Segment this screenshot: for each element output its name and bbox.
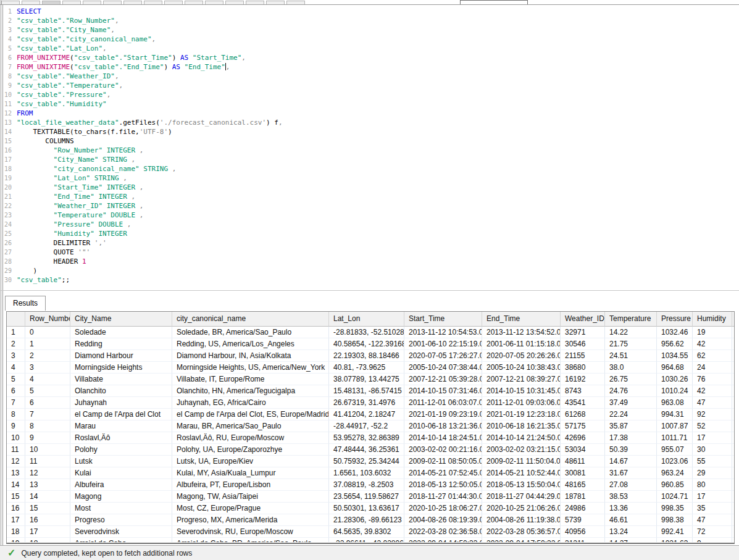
table-cell[interactable]: 0	[25, 327, 70, 338]
table-cell[interactable]: 47.48444, 36.25361	[329, 444, 404, 456]
tab-results[interactable]: Results	[5, 296, 46, 311]
table-cell[interactable]: 1010.24	[657, 385, 693, 397]
table-cell[interactable]: 2011-12-01 09:03:06.0	[482, 397, 561, 409]
code-line[interactable]: 17 "City_Name" STRING ,	[3, 155, 739, 164]
table-cell[interactable]: 956.62	[657, 338, 693, 350]
row-index-cell[interactable]: 3	[7, 350, 25, 362]
row-index-cell[interactable]: 9	[7, 420, 25, 432]
row-index-cell[interactable]: 6	[7, 385, 25, 397]
table-cell[interactable]: 2021-01-19 09:23:19.0	[404, 409, 482, 420]
table-cell[interactable]: 92	[693, 409, 732, 420]
table-cell[interactable]: 7	[25, 409, 70, 420]
table-cell[interactable]: Arraial do Cabo	[70, 538, 172, 542]
table-cell[interactable]: 1007.87	[657, 420, 693, 432]
table-cell[interactable]: 2014-05-21 10:52:44.0	[482, 467, 561, 479]
table-cell[interactable]: Severodvinsk	[70, 526, 172, 538]
table-cell[interactable]: 5739	[561, 514, 605, 526]
table-cell[interactable]: 2014-10-14 21:24:50.0	[482, 432, 561, 444]
column-header-Row_Number[interactable]: Row_Number	[25, 312, 70, 327]
table-cell[interactable]: 18	[25, 538, 70, 542]
table-cell[interactable]: 50.50301, 13.63617	[329, 503, 404, 514]
table-cell[interactable]: 1011.71	[657, 432, 693, 444]
table-cell[interactable]: Progreso, MX, America/Merida	[172, 514, 329, 526]
table-cell[interactable]: 17	[693, 491, 732, 503]
table-cell[interactable]: 2004-08-26 11:19:38.0	[482, 514, 561, 526]
results-grid[interactable]: Row_NumberCity_Namecity_canonical_nameLa…	[6, 311, 735, 544]
column-header-Humidity[interactable]: Humidity	[693, 312, 732, 327]
table-cell[interactable]: 46.61	[605, 514, 657, 526]
table-cell[interactable]: 1023.06	[657, 456, 693, 467]
table-cell[interactable]: 1021.63	[657, 538, 693, 542]
table-cell[interactable]: 2018-11-27 01:44:30.0	[404, 491, 482, 503]
row-index-cell[interactable]: 11	[7, 444, 25, 456]
table-cell[interactable]: 38680	[561, 362, 605, 374]
table-cell[interactable]: 24	[693, 362, 732, 374]
code-line[interactable]: 25 "Humidity" INTEGER	[3, 229, 739, 238]
table-cell[interactable]: Soledade	[70, 327, 172, 338]
table-cell[interactable]: 2001-06-10 22:15:19.0	[404, 338, 482, 350]
table-cell[interactable]: 9	[25, 432, 70, 444]
table-cell[interactable]: 37.08819, -8.2503	[329, 479, 404, 491]
table-cell[interactable]: 2007-12-21 05:39:28.0	[404, 374, 482, 385]
table-cell[interactable]: Villabate, IT, Europe/Rome	[172, 374, 329, 385]
table-cell[interactable]: 2014-10-15 10:31:45.0	[482, 385, 561, 397]
code-line[interactable]: 1SELECT	[3, 7, 739, 16]
table-cell[interactable]: 42	[693, 338, 732, 350]
table-cell[interactable]: 17	[693, 432, 732, 444]
row-index-cell[interactable]: 4	[7, 362, 25, 374]
table-cell[interactable]: 1.6561, 103.6032	[329, 467, 404, 479]
table-cell[interactable]: 52	[693, 420, 732, 432]
code-line[interactable]: 29 )	[3, 266, 739, 275]
table-cell[interactable]: el Camp de l'Arpa del Clot, ES, Europe/M…	[172, 409, 329, 420]
table-cell[interactable]: 29	[693, 467, 732, 479]
table-cell[interactable]: 14.67	[605, 456, 657, 467]
table-cell[interactable]: Soledade, BR, America/Sao_Paulo	[172, 327, 329, 338]
table-cell[interactable]: Villabate	[70, 374, 172, 385]
table-cell[interactable]: -22.96611, -42.02806	[329, 538, 404, 542]
code-line[interactable]: 2"csv_table"."Row_Number",	[3, 16, 739, 25]
table-cell[interactable]: 40.81, -73.9625	[329, 362, 404, 374]
table-cell[interactable]: 14.27	[605, 538, 657, 542]
table-cell[interactable]: 21155	[561, 350, 605, 362]
table-cell[interactable]: 14	[25, 491, 70, 503]
table-cell[interactable]: 76	[693, 374, 732, 385]
table-cell[interactable]: 42696	[561, 432, 605, 444]
table-cell[interactable]: 47	[693, 514, 732, 526]
table-cell[interactable]: Diamond Harbour	[70, 350, 172, 362]
toolbar-button[interactable]	[164, 1, 183, 5]
table-cell[interactable]: 72	[693, 526, 732, 538]
code-line[interactable]: 18 "city_canonical_name" STRING ,	[3, 164, 739, 173]
code-line[interactable]: 6FROM_UNIXTIME("csv_table"."Start_Time")…	[3, 53, 739, 62]
table-cell[interactable]: 2020-10-25 18:06:27.0	[404, 503, 482, 514]
table-cell[interactable]: 2005-10-24 10:38:43.0	[482, 362, 561, 374]
table-cell[interactable]: 1030.26	[657, 374, 693, 385]
table-cell[interactable]: 26.67319, 31.4976	[329, 397, 404, 409]
toolbar-button[interactable]	[123, 1, 142, 5]
column-header-City_Name[interactable]: City_Name	[70, 312, 172, 327]
table-cell[interactable]: 22.19303, 88.18466	[329, 350, 404, 362]
table-cell[interactable]: 2013-11-12 10:54:53.0	[404, 327, 482, 338]
toolbar-button[interactable]	[103, 1, 122, 5]
code-line[interactable]: 30"csv_table";;	[3, 275, 739, 285]
table-cell[interactable]: 2003-02-02 00:21:16.0	[404, 444, 482, 456]
toolbar-button[interactable]	[246, 1, 264, 5]
table-cell[interactable]: 960.85	[657, 479, 693, 491]
table-cell[interactable]: 26.75	[605, 374, 657, 385]
table-cell[interactable]: 30	[693, 444, 732, 456]
table-cell[interactable]: 2004-08-26 08:19:39.0	[404, 514, 482, 526]
table-cell[interactable]: 8	[25, 420, 70, 432]
table-cell[interactable]: 35.87	[605, 420, 657, 432]
row-index-cell[interactable]: 15	[7, 491, 25, 503]
table-cell[interactable]: 48611	[561, 456, 605, 467]
table-cell[interactable]: 1034.55	[657, 350, 693, 362]
code-line[interactable]: 11"csv_table"."Humidity"	[3, 99, 739, 109]
table-cell[interactable]: Severodvinsk, RU, Europe/Moscow	[172, 526, 329, 538]
column-header-city_canonical_name[interactable]: city_canonical_name	[172, 312, 329, 327]
table-cell[interactable]: Arraial do Cabo, BR, America/Sao_Paulo	[172, 538, 329, 542]
code-line[interactable]: 20 "Start_Time" INTEGER ,	[3, 183, 739, 192]
sql-editor[interactable]: 1SELECT2"csv_table"."Row_Number",3"csv_t…	[3, 5, 739, 290]
table-cell[interactable]: Redding, US, America/Los_Angeles	[172, 338, 329, 350]
table-cell[interactable]: 64.5635, 39.8302	[329, 526, 404, 538]
toolbar-button[interactable]	[266, 1, 285, 5]
table-cell[interactable]: Marau, BR, America/Sao_Paulo	[172, 420, 329, 432]
